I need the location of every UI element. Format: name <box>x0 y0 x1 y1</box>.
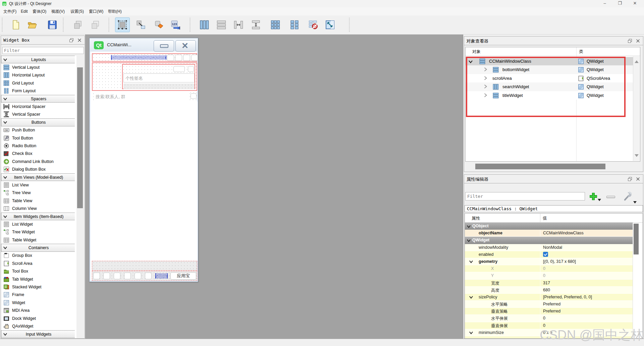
new-file-button[interactable] <box>8 17 23 32</box>
property-row-windowModality[interactable]: windowModalityNonModal <box>465 244 633 251</box>
bottom-button-4[interactable] <box>124 273 131 279</box>
splitter-horizontal-button[interactable] <box>231 17 246 32</box>
float-icon[interactable] <box>69 38 74 43</box>
widget-item-tool-button[interactable]: Tool Button <box>1 134 76 142</box>
category-layouts[interactable]: Layouts <box>1 56 76 63</box>
widget-item-check-box[interactable]: Check Box <box>1 150 76 158</box>
menu-item-1[interactable]: 文件(F) <box>3 8 16 14</box>
widget-item-scroll-area[interactable]: Scroll Area <box>1 260 76 267</box>
float-icon[interactable] <box>628 39 632 43</box>
edit-widgets-button[interactable] <box>115 17 130 32</box>
close-button[interactable]: ✕ <box>630 0 640 7</box>
break-layout-button[interactable] <box>306 17 321 32</box>
property-row-高度[interactable]: 高度680 <box>465 287 633 294</box>
widget-item-stacked-widget[interactable]: Stacked Widget <box>1 283 76 291</box>
widget-item-list-view[interactable]: List View <box>1 181 76 189</box>
title-widget-layout[interactable] <box>92 53 197 62</box>
bottom-button-5[interactable] <box>135 273 141 279</box>
splitter-vertical-button[interactable] <box>249 17 263 32</box>
add-property-button[interactable] <box>588 191 598 201</box>
close-icon[interactable] <box>636 39 640 43</box>
copy-button[interactable] <box>70 17 85 32</box>
scroll-up-arrow[interactable] <box>635 60 639 63</box>
object-tree-scrollbar[interactable] <box>633 56 640 161</box>
widget-item-horizontal-spacer[interactable]: Horizontal Spacer <box>1 103 76 110</box>
search-side-button[interactable] <box>191 93 197 99</box>
scroll-down-arrow[interactable] <box>635 154 639 157</box>
property-group-QWidget[interactable]: QWidget <box>465 237 633 244</box>
widget-item-mdi-area[interactable]: MDI Area <box>1 307 76 314</box>
property-row-垂直策略[interactable]: 垂直策略Preferred <box>465 308 633 315</box>
widget-item-vertical-spacer[interactable]: Vertical Spacer <box>1 111 76 118</box>
widget-item-qaxwidget[interactable]: QAxWidget <box>1 322 76 330</box>
enabled-checkbox[interactable] <box>543 252 548 257</box>
save-button[interactable] <box>45 17 60 32</box>
widget-item-list-widget[interactable]: List Widget <box>1 220 76 228</box>
widget-item-table-view[interactable]: Table View <box>1 197 76 205</box>
property-row-Y[interactable]: Y0 <box>465 272 633 279</box>
widget-item-table-widget[interactable]: Table Widget <box>1 236 76 244</box>
property-row-水平策略[interactable]: 水平策略Preferred <box>465 301 633 308</box>
widget-item-tab-widget[interactable]: Tab Widget <box>1 275 76 283</box>
top-widget-layout[interactable]: 个性签名 <box>92 62 197 91</box>
widget-item-tree-widget[interactable]: Tree Widget <box>1 228 76 236</box>
bottom-spacer-widget[interactable] <box>155 273 168 279</box>
configure-dropdown[interactable] <box>633 201 637 204</box>
bottom-button-1[interactable] <box>93 273 100 279</box>
property-row-enabled[interactable]: enabled <box>465 251 633 258</box>
layout-vertical-button[interactable] <box>214 17 229 32</box>
widget-item-command-link-button[interactable]: Command Link Button <box>1 158 76 165</box>
widget-box-filter-input[interactable] <box>2 47 84 54</box>
widget-item-form-layout[interactable]: Form Layout <box>1 87 76 95</box>
edit-signals-button[interactable] <box>133 17 148 32</box>
close-icon[interactable] <box>636 177 640 181</box>
widget-item-widget[interactable]: Widget <box>1 299 76 306</box>
widget-item-grid-layout[interactable]: Grid Layout <box>1 79 76 87</box>
category-containers[interactable]: Containers <box>1 244 76 251</box>
widget-item-radio-button[interactable]: Radio Button <box>1 142 76 150</box>
widget-item-partial[interactable] <box>1 338 76 338</box>
bottom-button-3[interactable] <box>114 273 120 279</box>
column-header-object[interactable]: 对象 <box>472 49 481 55</box>
scroll-area-widget[interactable] <box>91 102 198 261</box>
property-row-水平伸展[interactable]: 水平伸展0 <box>465 315 633 322</box>
property-row-geometry[interactable]: geometry[(0, 0), 317 x 680] <box>465 258 633 265</box>
scrollbar-thumb[interactable] <box>77 67 83 208</box>
category-item-views-model-based-[interactable]: Item Views (Model-Based) <box>1 173 76 181</box>
layout-horizontal-button[interactable] <box>197 17 212 32</box>
property-row-宽度[interactable]: 宽度317 <box>465 280 633 287</box>
signature-input[interactable]: 个性签名 <box>123 73 195 82</box>
adjust-size-button[interactable] <box>323 17 337 32</box>
widget-item-vertical-layout[interactable]: Vertical Layout <box>1 63 76 71</box>
property-row-objectName[interactable]: objectNameCCMainWindowClass <box>465 230 633 237</box>
scrollbar-thumb[interactable] <box>475 164 605 169</box>
category-input-widgets[interactable]: Input Widgets <box>1 330 76 338</box>
edit-buddies-button[interactable] <box>152 17 166 32</box>
widget-item-dock-widget[interactable]: Dock Widget <box>1 314 76 322</box>
widget-item-tree-view[interactable]: Tree View <box>1 189 76 197</box>
category-buttons[interactable]: Buttons <box>1 118 76 126</box>
category-item-widgets-item-based-[interactable]: Item Widgets (Item-Based) <box>1 213 76 220</box>
object-tree-hscrollbar[interactable] <box>465 163 640 171</box>
bottom-dotted-layout[interactable] <box>92 261 197 271</box>
inner-layout[interactable]: 个性签名 <box>122 64 195 89</box>
menu-item-3[interactable]: 窗体(O) <box>33 8 46 14</box>
title-button-1[interactable] <box>167 55 174 61</box>
column-header-property[interactable]: 属性 <box>472 216 480 221</box>
property-filter-input[interactable] <box>465 192 585 200</box>
minimize-button[interactable]: – <box>600 0 610 7</box>
form-window-titlebar[interactable]: Qt CCMainWi... ✕ <box>90 38 198 52</box>
property-row-sizePolicy[interactable]: sizePolicy[Preferred, Preferred, 0, 0] <box>465 294 633 301</box>
inner-button-1[interactable] <box>173 66 185 72</box>
widget-item-push-button[interactable]: OKPush Button <box>1 126 76 134</box>
form-canvas[interactable]: 个性签名 搜索:联系人, 群 应 <box>91 52 197 280</box>
form-close-button[interactable]: ✕ <box>175 40 196 52</box>
widget-item-group-box[interactable]: Group Box <box>1 252 76 260</box>
title-button-4[interactable] <box>191 55 198 61</box>
open-folder-button[interactable] <box>25 17 40 32</box>
menu-item-5[interactable]: 设置(S) <box>70 8 84 14</box>
bottom-widget-layout[interactable]: 应用宝 <box>92 271 197 281</box>
column-header-value[interactable]: 值 <box>543 216 547 221</box>
property-group-QObject[interactable]: QObject <box>465 223 633 230</box>
property-row-X[interactable]: X0 <box>465 265 633 272</box>
